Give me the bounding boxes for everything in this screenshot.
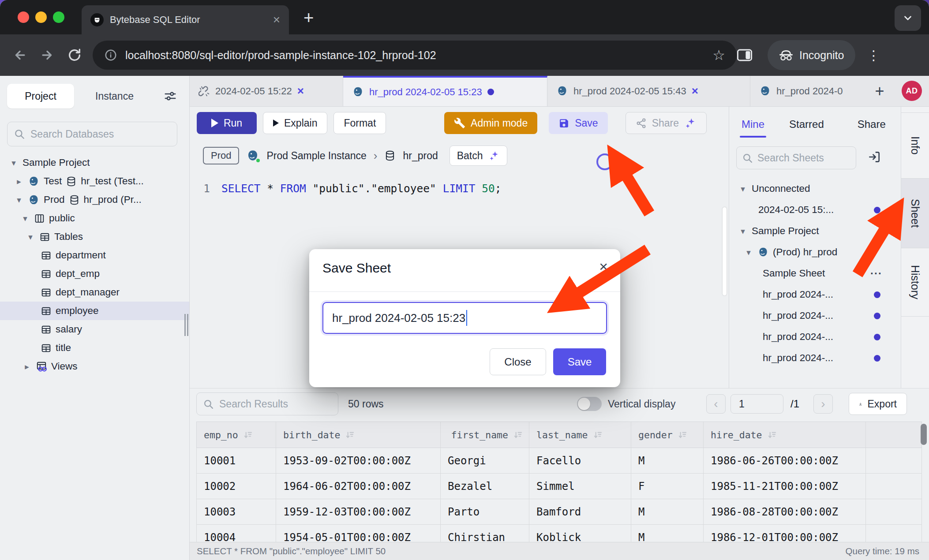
sort-icon[interactable] [767, 430, 777, 440]
sheet-group-unconnected[interactable]: ▾ Unconnected [729, 178, 901, 199]
new-tab-button[interactable]: + [303, 9, 314, 26]
close-sheet-icon[interactable]: × [692, 84, 698, 98]
tab-project[interactable]: Project [7, 84, 74, 108]
dialog-save-button[interactable]: Save [553, 348, 606, 375]
rail-tab-sheet[interactable]: Sheet [901, 179, 929, 248]
user-avatar[interactable]: AD [902, 81, 922, 101]
close-sheet-icon[interactable]: × [297, 84, 304, 98]
sheet-item[interactable]: hr_prod 2024-... [729, 284, 901, 305]
sheet-tab-1[interactable]: 2024-02-05 15:22 × [190, 76, 343, 106]
tab-share[interactable]: Share [858, 118, 886, 131]
panel-resize-handle[interactable] [723, 207, 727, 295]
tree-item-table-title[interactable]: title [0, 339, 189, 357]
column-header[interactable]: hire_date [704, 422, 866, 448]
vertical-display-toggle[interactable] [577, 397, 602, 411]
close-window-button[interactable] [18, 11, 29, 23]
ai-assistant-button[interactable] [596, 153, 613, 170]
address-bar[interactable]: localhost:8080/sql-editor/prod-sample-in… [93, 41, 737, 70]
tab-instance[interactable]: Instance [95, 90, 134, 102]
run-button[interactable]: Run [197, 112, 257, 134]
new-sheet-button[interactable]: + [867, 76, 892, 106]
admin-mode-button[interactable]: Admin mode [444, 112, 537, 134]
tree-item-table-salary[interactable]: salary [0, 320, 189, 339]
tree-item-table-dept-emp[interactable]: dept_emp [0, 265, 189, 283]
tab-search-button[interactable] [895, 5, 921, 31]
sort-icon[interactable] [592, 430, 603, 440]
caret-down-icon[interactable]: ▾ [744, 247, 753, 258]
sheet-item[interactable]: hr_prod 2024-... [729, 326, 901, 347]
side-panel-icon[interactable] [737, 49, 753, 62]
sidebar-resize-handle[interactable] [184, 314, 189, 336]
column-header[interactable]: gender [631, 422, 704, 448]
column-header[interactable]: emp_no [197, 422, 276, 448]
column-header[interactable]: birth_date [276, 422, 441, 448]
save-button[interactable]: Save [549, 112, 607, 134]
search-sheets-input[interactable]: Search Sheets [736, 146, 856, 169]
next-page-button[interactable]: › [813, 394, 833, 414]
sheet-group-project[interactable]: ▾ Sample Project [729, 220, 901, 242]
dialog-close-icon[interactable]: × [599, 259, 608, 274]
caret-down-icon[interactable]: ▾ [738, 226, 748, 236]
tree-item-table-employee[interactable]: employee [0, 302, 189, 320]
sort-icon[interactable] [345, 430, 355, 440]
export-button[interactable]: Export [849, 393, 907, 415]
caret-right-icon[interactable]: ▸ [14, 176, 24, 187]
site-info-icon[interactable] [104, 49, 117, 62]
sheet-item[interactable]: 2024-02-05 15:... [729, 199, 901, 220]
page-number-input[interactable]: 1 [730, 394, 783, 414]
filter-settings-icon[interactable] [164, 90, 177, 103]
tree-item-schema-public[interactable]: ▾ public [0, 209, 189, 228]
back-icon[interactable] [12, 48, 27, 63]
tree-item-project[interactable]: ▾ Sample Project [0, 153, 189, 172]
batch-button[interactable]: Batch [450, 146, 507, 166]
tree-item-hr-prod[interactable]: ▾ Prod hr_prod (Pr... [0, 190, 189, 209]
tab-mine[interactable]: Mine [742, 118, 764, 131]
rail-tab-info[interactable]: Info [901, 112, 929, 179]
sheet-item[interactable]: Sample Sheet ··· [729, 263, 901, 284]
rail-tab-history[interactable]: History [901, 248, 929, 317]
tree-item-views[interactable]: ▸ Views [0, 357, 189, 376]
sheet-name-input[interactable]: hr_prod 2024-02-05 15:23 [322, 302, 607, 334]
tree-item-hr-test[interactable]: ▸ Test hr_test (Test... [0, 172, 189, 190]
more-menu-icon[interactable]: ··· [870, 267, 882, 280]
import-sheet-icon[interactable] [867, 150, 881, 164]
tree-item-table-department[interactable]: department [0, 246, 189, 265]
caret-down-icon[interactable]: ▾ [20, 213, 30, 224]
caret-down-icon[interactable]: ▾ [26, 232, 35, 242]
environment-badge[interactable]: Prod [203, 147, 239, 164]
close-tab-icon[interactable]: × [273, 14, 280, 26]
share-button[interactable]: Share [626, 112, 707, 134]
results-scrollbar[interactable] [921, 424, 927, 445]
sheet-tab-3[interactable]: hr_prod 2024-02-05 15:43 × [547, 76, 750, 106]
caret-right-icon[interactable]: ▸ [22, 362, 32, 372]
minimize-window-button[interactable] [35, 11, 47, 23]
dialog-close-button[interactable]: Close [490, 348, 546, 375]
search-databases-input[interactable]: Search Databases [7, 122, 177, 146]
sort-icon[interactable] [677, 430, 687, 440]
sheet-connection[interactable]: ▾ (Prod) hr_prod [729, 242, 901, 263]
sort-icon[interactable] [243, 430, 253, 440]
instance-name[interactable]: Prod Sample Instance [266, 150, 366, 162]
sheet-item[interactable]: hr_prod 2024-... [729, 305, 901, 326]
forward-icon[interactable] [40, 48, 55, 63]
column-header[interactable]: last_name [529, 422, 631, 448]
caret-down-icon[interactable]: ▾ [738, 184, 748, 194]
column-header[interactable]: first_name [441, 422, 529, 448]
format-button[interactable]: Format [333, 112, 386, 134]
bookmark-star-icon[interactable]: ☆ [712, 47, 725, 63]
sheet-item[interactable]: hr_prod 2024-... [729, 347, 901, 369]
prev-page-button[interactable]: ‹ [706, 394, 726, 414]
sort-icon[interactable] [513, 430, 523, 440]
browser-menu-icon[interactable]: ⋮ [867, 48, 880, 63]
explain-button[interactable]: Explain [263, 112, 327, 134]
reload-icon[interactable] [67, 48, 82, 63]
sheet-tab-4[interactable]: hr_prod 2024-0 [750, 76, 867, 106]
caret-down-icon[interactable]: ▾ [9, 158, 19, 168]
search-results-input[interactable]: Search Results [196, 392, 338, 415]
tab-starred[interactable]: Starred [789, 118, 824, 131]
tree-item-tables[interactable]: ▾ Tables [0, 228, 189, 246]
sheet-tab-2-active[interactable]: hr_prod 2024-02-05 15:23 [343, 76, 547, 106]
caret-down-icon[interactable]: ▾ [14, 195, 24, 205]
database-name[interactable]: hr_prod [403, 150, 438, 162]
tree-item-table-dept-manager[interactable]: dept_manager [0, 283, 189, 302]
